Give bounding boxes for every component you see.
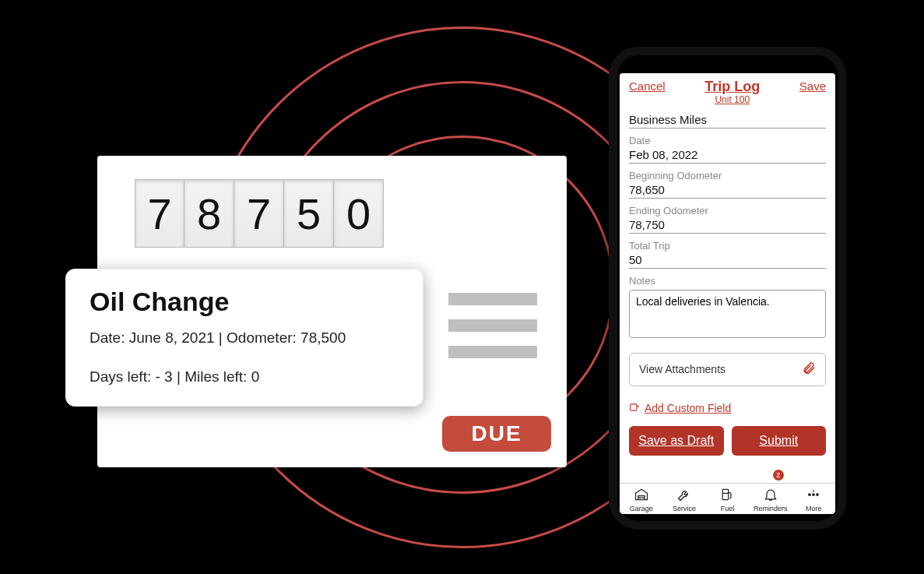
tab-label: Fuel	[721, 505, 735, 512]
phone-screen: Cancel Trip Log Unit 100 Save Business M…	[620, 73, 835, 514]
business-miles-heading: Business Miles	[629, 113, 826, 129]
popup-date-odometer: Date: June 8, 2021 | Odometer: 78,500	[90, 329, 399, 347]
add-custom-field-label: Add Custom Field	[645, 402, 731, 414]
top-bar: Cancel Trip Log Unit 100 Save	[620, 73, 835, 108]
svg-point-8	[817, 494, 819, 496]
ending-odometer-label: Ending Odometer	[629, 205, 826, 217]
odometer-digit: 0	[334, 179, 384, 248]
reminders-badge: 2	[773, 470, 784, 481]
odometer-digit: 5	[284, 179, 334, 248]
view-attachments-label: View Attachments	[639, 363, 725, 375]
garage-icon	[633, 487, 650, 504]
tab-garage[interactable]: Garage	[621, 487, 662, 512]
submit-button[interactable]: Submit	[732, 426, 827, 456]
due-button[interactable]: DUE	[442, 416, 551, 452]
view-attachments-button[interactable]: View Attachments	[629, 353, 826, 386]
trip-log-form: Business Miles Date Feb 08, 2022 Beginni…	[620, 108, 835, 483]
maintenance-popup: Oil Change Date: June 8, 2021 | Odometer…	[65, 269, 423, 407]
beginning-odometer-label: Beginning Odometer	[629, 170, 826, 181]
tab-reminders[interactable]: 2 Reminders	[750, 487, 791, 512]
odometer-digit: 7	[234, 179, 284, 248]
tab-more[interactable]: More	[793, 487, 834, 512]
tab-label: Service	[673, 505, 696, 512]
tab-fuel[interactable]: Fuel	[707, 487, 747, 512]
save-as-draft-button[interactable]: Save as Draft	[629, 426, 724, 456]
notes-label: Notes	[629, 275, 826, 287]
svg-rect-4	[723, 489, 729, 499]
tab-label: Garage	[630, 505, 653, 512]
bottom-tab-bar: Garage Service Fuel 2 Reminders More	[620, 483, 835, 514]
svg-rect-0	[631, 404, 637, 410]
beginning-odometer-field[interactable]: 78,650	[629, 183, 826, 199]
add-field-icon	[629, 402, 640, 415]
odometer-digit: 7	[135, 179, 184, 248]
screen-title[interactable]: Trip Log	[704, 79, 760, 95]
ending-odometer-field[interactable]: 78,750	[629, 218, 826, 234]
cancel-button[interactable]: Cancel	[629, 79, 666, 93]
save-button[interactable]: Save	[799, 79, 826, 93]
date-field[interactable]: Feb 08, 2022	[629, 148, 826, 164]
bell-icon	[762, 487, 779, 504]
phone-frame: Cancel Trip Log Unit 100 Save Business M…	[609, 47, 846, 530]
tab-label: Reminders	[754, 505, 788, 512]
odometer-digit: 8	[184, 179, 234, 248]
popup-title: Oil Change	[90, 287, 399, 317]
paperclip-icon	[802, 361, 816, 378]
odometer-digits: 7 8 7 5 0	[135, 179, 539, 248]
svg-point-6	[809, 494, 811, 496]
wrench-icon	[676, 487, 693, 504]
tab-service[interactable]: Service	[664, 487, 704, 512]
popup-days-miles: Days left: - 3 | Miles left: 0	[90, 368, 399, 386]
total-trip-field[interactable]: 50	[629, 253, 826, 269]
total-trip-label: Total Trip	[629, 240, 826, 252]
svg-point-7	[813, 494, 815, 496]
more-icon	[805, 487, 822, 504]
tab-label: More	[806, 505, 822, 512]
fuel-icon	[718, 487, 736, 504]
notes-field[interactable]	[629, 290, 826, 338]
date-label: Date	[629, 135, 826, 146]
screen-subtitle[interactable]: Unit 100	[704, 95, 760, 105]
add-custom-field-link[interactable]: Add Custom Field	[629, 402, 731, 415]
placeholder-bars	[448, 293, 537, 358]
